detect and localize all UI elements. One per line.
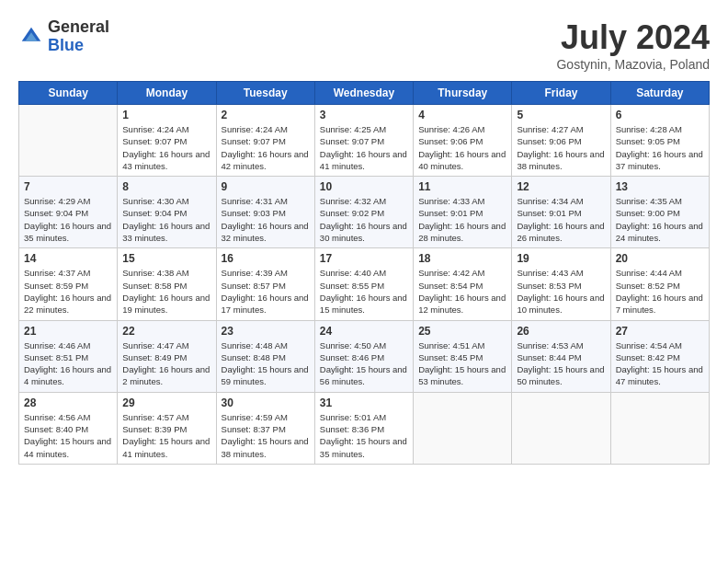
day-info: Sunrise: 4:48 AMSunset: 8:48 PMDaylight:…: [222, 339, 310, 388]
day-number: 31: [320, 396, 408, 409]
day-info: Sunrise: 4:47 AMSunset: 8:49 PMDaylight:…: [122, 339, 210, 388]
calendar-cell: 18Sunrise: 4:42 AMSunset: 8:54 PMDayligh…: [414, 248, 512, 320]
calendar-cell: 4Sunrise: 4:26 AMSunset: 9:06 PMDaylight…: [414, 105, 512, 177]
day-number: 8: [122, 180, 210, 193]
day-number: 1: [122, 109, 210, 121]
calendar-header-wednesday: Wednesday: [314, 82, 413, 105]
day-number: 20: [616, 252, 704, 265]
calendar-header-saturday: Saturday: [610, 82, 709, 105]
calendar-cell: [610, 392, 709, 464]
day-info: Sunrise: 4:24 AMSunset: 9:07 PMDaylight:…: [222, 123, 310, 172]
week-row-3: 14Sunrise: 4:37 AMSunset: 8:59 PMDayligh…: [19, 248, 710, 320]
day-info: Sunrise: 4:27 AMSunset: 9:06 PMDaylight:…: [517, 123, 605, 172]
logo: General Blue: [18, 18, 109, 55]
day-info: Sunrise: 5:01 AMSunset: 8:36 PMDaylight:…: [320, 411, 408, 460]
week-row-5: 28Sunrise: 4:56 AMSunset: 8:40 PMDayligh…: [19, 392, 710, 464]
calendar-cell: 11Sunrise: 4:33 AMSunset: 9:01 PMDayligh…: [414, 177, 512, 248]
day-info: Sunrise: 4:24 AMSunset: 9:07 PMDaylight:…: [122, 123, 210, 172]
day-number: 4: [418, 109, 506, 121]
day-info: Sunrise: 4:44 AMSunset: 8:52 PMDaylight:…: [616, 267, 704, 316]
day-number: 22: [122, 325, 210, 338]
logo-blue: Blue: [48, 37, 109, 55]
day-number: 6: [616, 109, 704, 121]
title-block: July 2024 Gostynin, Mazovia, Poland: [556, 18, 710, 72]
day-number: 19: [517, 252, 605, 265]
calendar-cell: 6Sunrise: 4:28 AMSunset: 9:05 PMDaylight…: [610, 105, 709, 177]
day-info: Sunrise: 4:31 AMSunset: 9:03 PMDaylight:…: [222, 195, 310, 244]
calendar-cell: 20Sunrise: 4:44 AMSunset: 8:52 PMDayligh…: [610, 248, 709, 320]
day-number: 30: [222, 396, 310, 409]
day-number: 5: [517, 109, 605, 121]
day-number: 28: [24, 396, 112, 409]
day-info: Sunrise: 4:50 AMSunset: 8:46 PMDaylight:…: [320, 339, 408, 388]
logo-text: General Blue: [48, 18, 109, 55]
calendar-header-thursday: Thursday: [414, 82, 512, 105]
day-number: 24: [320, 325, 408, 338]
calendar-cell: 19Sunrise: 4:43 AMSunset: 8:53 PMDayligh…: [512, 248, 610, 320]
calendar-cell: [19, 105, 118, 177]
day-number: 26: [517, 325, 605, 338]
day-info: Sunrise: 4:51 AMSunset: 8:45 PMDaylight:…: [418, 339, 506, 388]
month-year: July 2024: [556, 18, 710, 57]
calendar-cell: 28Sunrise: 4:56 AMSunset: 8:40 PMDayligh…: [19, 392, 118, 464]
day-number: 3: [320, 109, 408, 121]
calendar-cell: 30Sunrise: 4:59 AMSunset: 8:37 PMDayligh…: [216, 392, 314, 464]
day-number: 13: [616, 180, 704, 193]
calendar-header-sunday: Sunday: [19, 82, 118, 105]
day-info: Sunrise: 4:28 AMSunset: 9:05 PMDaylight:…: [616, 123, 704, 172]
day-info: Sunrise: 4:42 AMSunset: 8:54 PMDaylight:…: [418, 267, 506, 316]
week-row-2: 7Sunrise: 4:29 AMSunset: 9:04 PMDaylight…: [19, 177, 710, 248]
day-info: Sunrise: 4:25 AMSunset: 9:07 PMDaylight:…: [320, 123, 408, 172]
day-number: 16: [222, 252, 310, 265]
week-row-1: 1Sunrise: 4:24 AMSunset: 9:07 PMDaylight…: [19, 105, 710, 177]
day-info: Sunrise: 4:39 AMSunset: 8:57 PMDaylight:…: [222, 267, 310, 316]
calendar-cell: 5Sunrise: 4:27 AMSunset: 9:06 PMDaylight…: [512, 105, 610, 177]
calendar-cell: 3Sunrise: 4:25 AMSunset: 9:07 PMDaylight…: [314, 105, 413, 177]
calendar-cell: 17Sunrise: 4:40 AMSunset: 8:55 PMDayligh…: [314, 248, 413, 320]
calendar-header-friday: Friday: [512, 82, 610, 105]
day-info: Sunrise: 4:56 AMSunset: 8:40 PMDaylight:…: [24, 411, 112, 460]
day-number: 25: [418, 325, 506, 338]
day-number: 18: [418, 252, 506, 265]
week-row-4: 21Sunrise: 4:46 AMSunset: 8:51 PMDayligh…: [19, 320, 710, 392]
calendar-cell: 2Sunrise: 4:24 AMSunset: 9:07 PMDaylight…: [216, 105, 314, 177]
day-info: Sunrise: 4:26 AMSunset: 9:06 PMDaylight:…: [418, 123, 506, 172]
calendar-cell: 8Sunrise: 4:30 AMSunset: 9:04 PMDaylight…: [118, 177, 216, 248]
calendar-cell: 23Sunrise: 4:48 AMSunset: 8:48 PMDayligh…: [216, 320, 314, 392]
day-number: 7: [24, 180, 112, 193]
calendar-cell: 15Sunrise: 4:38 AMSunset: 8:58 PMDayligh…: [118, 248, 216, 320]
day-number: 9: [222, 180, 310, 193]
day-number: 17: [320, 252, 408, 265]
day-number: 14: [24, 252, 112, 265]
day-info: Sunrise: 4:40 AMSunset: 8:55 PMDaylight:…: [320, 267, 408, 316]
calendar-cell: [512, 392, 610, 464]
day-number: 10: [320, 180, 408, 193]
calendar-cell: 16Sunrise: 4:39 AMSunset: 8:57 PMDayligh…: [216, 248, 314, 320]
day-number: 23: [222, 325, 310, 338]
calendar-cell: 14Sunrise: 4:37 AMSunset: 8:59 PMDayligh…: [19, 248, 118, 320]
day-info: Sunrise: 4:59 AMSunset: 8:37 PMDaylight:…: [222, 411, 310, 460]
day-number: 15: [122, 252, 210, 265]
calendar-cell: 29Sunrise: 4:57 AMSunset: 8:39 PMDayligh…: [118, 392, 216, 464]
day-info: Sunrise: 4:30 AMSunset: 9:04 PMDaylight:…: [122, 195, 210, 244]
calendar-cell: 7Sunrise: 4:29 AMSunset: 9:04 PMDaylight…: [19, 177, 118, 248]
calendar-table: SundayMondayTuesdayWednesdayThursdayFrid…: [18, 81, 710, 465]
calendar-cell: 13Sunrise: 4:35 AMSunset: 9:00 PMDayligh…: [610, 177, 709, 248]
day-number: 11: [418, 180, 506, 193]
calendar-cell: [414, 392, 512, 464]
day-info: Sunrise: 4:32 AMSunset: 9:02 PMDaylight:…: [320, 195, 408, 244]
calendar-cell: 24Sunrise: 4:50 AMSunset: 8:46 PMDayligh…: [314, 320, 413, 392]
calendar-cell: 12Sunrise: 4:34 AMSunset: 9:01 PMDayligh…: [512, 177, 610, 248]
day-number: 2: [222, 109, 310, 121]
day-number: 21: [24, 325, 112, 338]
day-number: 29: [122, 396, 210, 409]
calendar-cell: 26Sunrise: 4:53 AMSunset: 8:44 PMDayligh…: [512, 320, 610, 392]
calendar-header-monday: Monday: [118, 82, 216, 105]
calendar-cell: 1Sunrise: 4:24 AMSunset: 9:07 PMDaylight…: [118, 105, 216, 177]
day-info: Sunrise: 4:54 AMSunset: 8:42 PMDaylight:…: [616, 339, 704, 388]
calendar-cell: 9Sunrise: 4:31 AMSunset: 9:03 PMDaylight…: [216, 177, 314, 248]
calendar-header-tuesday: Tuesday: [216, 82, 314, 105]
calendar-header-row: SundayMondayTuesdayWednesdayThursdayFrid…: [19, 82, 710, 105]
calendar-cell: 27Sunrise: 4:54 AMSunset: 8:42 PMDayligh…: [610, 320, 709, 392]
calendar-cell: 25Sunrise: 4:51 AMSunset: 8:45 PMDayligh…: [414, 320, 512, 392]
